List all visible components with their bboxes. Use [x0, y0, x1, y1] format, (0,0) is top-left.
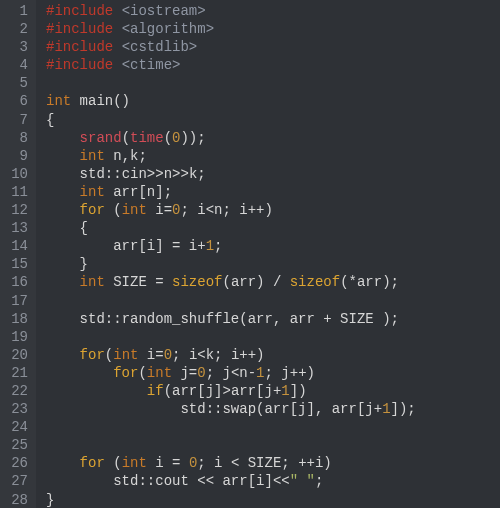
- code-line[interactable]: }: [46, 491, 500, 508]
- line-number: 27: [6, 472, 28, 490]
- token-id: j: [265, 383, 273, 399]
- line-number: 24: [6, 418, 28, 436]
- code-line[interactable]: std::cin>>n>>k;: [46, 165, 500, 183]
- code-line[interactable]: for(int i=0; i<k; i++): [46, 346, 500, 364]
- line-number: 14: [6, 237, 28, 255]
- token-str: " ": [290, 473, 315, 489]
- token-op: ;: [214, 238, 222, 254]
- code-line[interactable]: std::cout << arr[i]<<" ";: [46, 472, 500, 490]
- code-line[interactable]: srand(time(0));: [46, 129, 500, 147]
- token-op: (*: [340, 274, 357, 290]
- token-id: [46, 148, 80, 164]
- token-op: }: [46, 492, 54, 508]
- token-op: ,: [122, 148, 130, 164]
- token-id: SIZE: [340, 311, 382, 327]
- token-kw: sizeof: [172, 274, 222, 290]
- code-line[interactable]: int main(): [46, 92, 500, 110]
- token-type: int: [122, 202, 156, 218]
- line-number: 9: [6, 147, 28, 165]
- code-line[interactable]: for (int i=0; i<n; i++): [46, 201, 500, 219]
- token-op: (: [239, 311, 247, 327]
- line-number: 20: [6, 346, 28, 364]
- token-type: int: [122, 455, 156, 471]
- line-number: 26: [6, 454, 28, 472]
- code-line[interactable]: int SIZE = sizeof(arr) / sizeof(*arr);: [46, 273, 500, 291]
- code-area[interactable]: #include <iostream>#include <algorithm>#…: [36, 0, 500, 508]
- token-op: }: [46, 256, 88, 272]
- code-line[interactable]: arr[i] = i+1;: [46, 237, 500, 255]
- token-kw: for: [80, 455, 105, 471]
- code-line[interactable]: [46, 74, 500, 92]
- token-op: ]): [290, 383, 307, 399]
- line-number: 11: [6, 183, 28, 201]
- token-hdr: <ctime>: [122, 57, 181, 73]
- line-number: 1: [6, 2, 28, 20]
- code-line[interactable]: #include <iostream>: [46, 2, 500, 20]
- token-op: ];: [155, 184, 172, 200]
- line-number-gutter: 1234567891011121314151617181920212223242…: [0, 0, 36, 508]
- code-line[interactable]: for (int i = 0; i < SIZE; ++i): [46, 454, 500, 472]
- token-id: SIZE: [248, 455, 282, 471]
- token-id: cin: [122, 166, 147, 182]
- token-id: i: [147, 238, 155, 254]
- token-op: ;: [180, 202, 197, 218]
- code-line[interactable]: }: [46, 255, 500, 273]
- token-id: arr: [222, 473, 247, 489]
- token-num: 1: [281, 383, 289, 399]
- token-id: random_shuffle: [122, 311, 240, 327]
- token-hdr: <cstdlib>: [122, 39, 198, 55]
- code-line[interactable]: {: [46, 111, 500, 129]
- token-op: (): [113, 93, 130, 109]
- token-op: ::: [206, 401, 223, 417]
- token-op: ; ++: [281, 455, 315, 471]
- token-op: =: [164, 202, 172, 218]
- token-id: j: [298, 401, 306, 417]
- token-op: (: [105, 202, 122, 218]
- token-num: 1: [206, 238, 214, 254]
- line-number: 23: [6, 400, 28, 418]
- token-id: swap: [222, 401, 256, 417]
- token-op: (: [105, 455, 122, 471]
- line-number: 5: [6, 74, 28, 92]
- code-line[interactable]: [46, 328, 500, 346]
- token-op: (: [138, 365, 146, 381]
- token-op: [: [138, 238, 146, 254]
- code-line[interactable]: #include <cstdlib>: [46, 38, 500, 56]
- code-editor[interactable]: 1234567891011121314151617181920212223242…: [0, 0, 500, 508]
- token-op: ;: [197, 166, 205, 182]
- token-id: n: [214, 202, 222, 218]
- code-line[interactable]: #include <ctime>: [46, 56, 500, 74]
- token-op: +: [374, 401, 382, 417]
- code-line[interactable]: std::random_shuffle(arr, arr + SIZE );: [46, 310, 500, 328]
- token-id: i: [189, 238, 197, 254]
- code-line[interactable]: if(arr[j]>arr[j+1]): [46, 382, 500, 400]
- code-line[interactable]: #include <algorithm>: [46, 20, 500, 38]
- line-number: 7: [6, 111, 28, 129]
- token-op: );: [382, 274, 399, 290]
- token-id: arr: [264, 401, 289, 417]
- token-id: std: [46, 166, 105, 182]
- token-op: [: [290, 401, 298, 417]
- token-op: ]>: [214, 383, 231, 399]
- token-op: ): [323, 455, 331, 471]
- token-id: n: [113, 148, 121, 164]
- code-line[interactable]: [46, 418, 500, 436]
- token-id: [46, 347, 80, 363]
- token-id: arr: [290, 311, 324, 327]
- token-id: [46, 274, 80, 290]
- token-op: (: [105, 347, 113, 363]
- token-op: <: [197, 347, 205, 363]
- code-line[interactable]: {: [46, 219, 500, 237]
- token-num: 0: [197, 365, 205, 381]
- code-line[interactable]: int arr[n];: [46, 183, 500, 201]
- token-id: std: [46, 311, 105, 327]
- token-kw: for: [113, 365, 138, 381]
- token-id: arr: [172, 383, 197, 399]
- code-line[interactable]: [46, 292, 500, 310]
- code-line[interactable]: int n,k;: [46, 147, 500, 165]
- code-line[interactable]: [46, 436, 500, 454]
- code-line[interactable]: for(int j=0; j<n-1; j++): [46, 364, 500, 382]
- token-id: main: [80, 93, 114, 109]
- code-line[interactable]: std::swap(arr[j], arr[j+1]);: [46, 400, 500, 418]
- token-fn: srand: [80, 130, 122, 146]
